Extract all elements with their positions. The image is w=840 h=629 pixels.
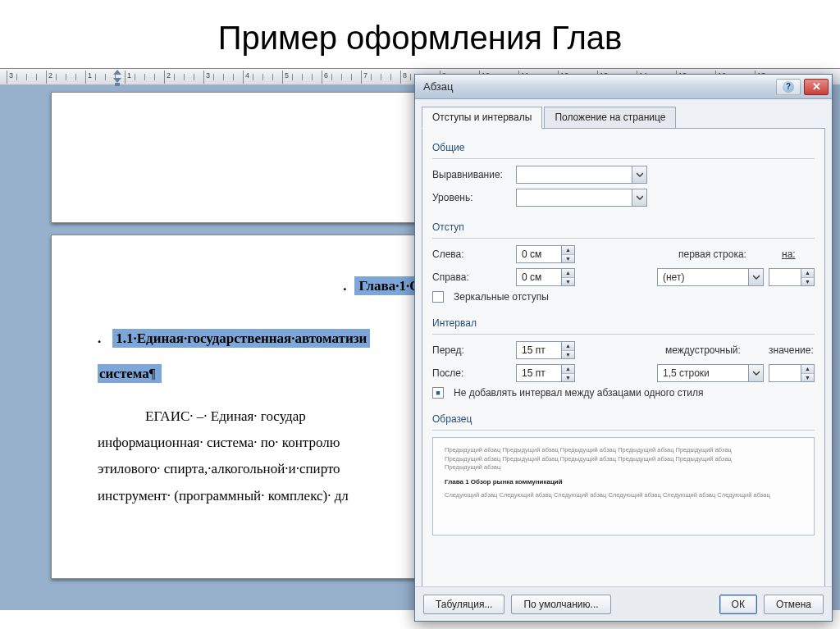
- system-word-highlight[interactable]: система: [98, 364, 162, 383]
- group-indent-label: Отступ: [432, 221, 815, 233]
- tab-position[interactable]: Положение на странице: [544, 107, 676, 129]
- ok-button[interactable]: ОК: [719, 595, 757, 614]
- spin-down-icon[interactable]: ▼: [562, 255, 574, 263]
- line-spacing-combo[interactable]: 1,5 строки: [657, 364, 764, 382]
- dialog-footer: Табуляция... По умолчанию... ОК Отмена: [415, 586, 832, 621]
- group-preview-label: Образец: [432, 413, 815, 425]
- spin-up-icon[interactable]: ▲: [562, 365, 574, 374]
- by-label: на:: [782, 248, 815, 260]
- spacing-after-spin[interactable]: 15 пт ▲▼: [516, 364, 575, 382]
- cancel-button[interactable]: Отмена: [764, 595, 824, 614]
- spin-down-icon[interactable]: ▼: [801, 278, 814, 286]
- no-space-same-style-checkbox[interactable]: [432, 387, 444, 399]
- first-line-combo[interactable]: (нет): [657, 268, 764, 286]
- dialog-tabs: Отступы и интервалы Положение на страниц…: [415, 99, 832, 128]
- close-icon: ✕: [812, 80, 821, 93]
- default-button[interactable]: По умолчанию...: [511, 595, 610, 614]
- spin-down-icon[interactable]: ▼: [562, 351, 574, 359]
- indent-left-spin[interactable]: 0 см ▲▼: [516, 245, 575, 263]
- indent-marker-icon[interactable]: [113, 69, 121, 84]
- value-label: значение:: [769, 344, 815, 356]
- spin-down-icon[interactable]: ▼: [801, 374, 814, 382]
- help-button[interactable]: ?: [776, 79, 801, 95]
- line-spacing-label: междустрочный:: [665, 344, 764, 356]
- alignment-label: Выравнивание:: [432, 169, 511, 180]
- chevron-down-icon: [748, 365, 763, 381]
- tab-panel: Общие Выравнивание: Уровень: Отступ Слев…: [422, 128, 825, 587]
- spin-down-icon[interactable]: ▼: [562, 374, 574, 382]
- dialog-titlebar[interactable]: Абзац ? ✕: [415, 75, 832, 99]
- group-spacing-label: Интервал: [432, 317, 815, 329]
- level-label: Уровень:: [432, 192, 511, 203]
- first-line-label: первая строка:: [678, 248, 777, 260]
- help-icon: ?: [783, 81, 794, 93]
- value-spin[interactable]: ▲▼: [769, 364, 815, 382]
- paragraph-dialog: Абзац ? ✕ Отступы и интервалы Положение …: [414, 74, 833, 622]
- spacing-before-label: Перед:: [432, 344, 511, 356]
- group-general-label: Общие: [432, 142, 815, 153]
- preview-box: Предыдущий абзац Предыдущий абзац Предыд…: [432, 437, 815, 536]
- spacing-after-label: После:: [432, 367, 511, 379]
- mirror-indents-checkbox[interactable]: [432, 291, 444, 303]
- spacing-before-spin[interactable]: 15 пт ▲▼: [516, 341, 575, 359]
- spin-down-icon[interactable]: ▼: [562, 278, 574, 286]
- spin-up-icon[interactable]: ▲: [562, 342, 574, 351]
- subsection-highlight[interactable]: 1.1·Единая·государственная·автоматизи: [112, 329, 370, 348]
- tabs-button[interactable]: Табуляция...: [423, 595, 504, 614]
- by-spin[interactable]: ▲▼: [769, 268, 815, 286]
- spin-up-icon[interactable]: ▲: [562, 269, 574, 278]
- dialog-title: Абзац: [423, 80, 453, 93]
- chevron-down-icon: [632, 189, 646, 206]
- spin-up-icon[interactable]: ▲: [801, 269, 814, 278]
- tab-indents-spacing[interactable]: Отступы и интервалы: [422, 107, 542, 129]
- indent-right-label: Справа:: [432, 271, 511, 283]
- no-space-same-style-label: Не добавлять интервал между абзацами одн…: [454, 387, 704, 399]
- preview-sample-text: Глава 1 Обзор рынка коммуникаций: [445, 477, 802, 486]
- chevron-down-icon: [632, 166, 646, 183]
- slide-title: Пример оформления Глав: [0, 0, 840, 68]
- level-combo[interactable]: [516, 189, 647, 207]
- indent-left-label: Слева:: [432, 248, 511, 260]
- spin-up-icon[interactable]: ▲: [562, 246, 574, 255]
- mirror-indents-label: Зеркальные отступы: [454, 291, 549, 303]
- close-button[interactable]: ✕: [804, 79, 829, 95]
- chevron-down-icon: [748, 269, 763, 285]
- spin-up-icon[interactable]: ▲: [801, 365, 814, 374]
- indent-right-spin[interactable]: 0 см ▲▼: [516, 268, 575, 286]
- alignment-combo[interactable]: [516, 166, 647, 184]
